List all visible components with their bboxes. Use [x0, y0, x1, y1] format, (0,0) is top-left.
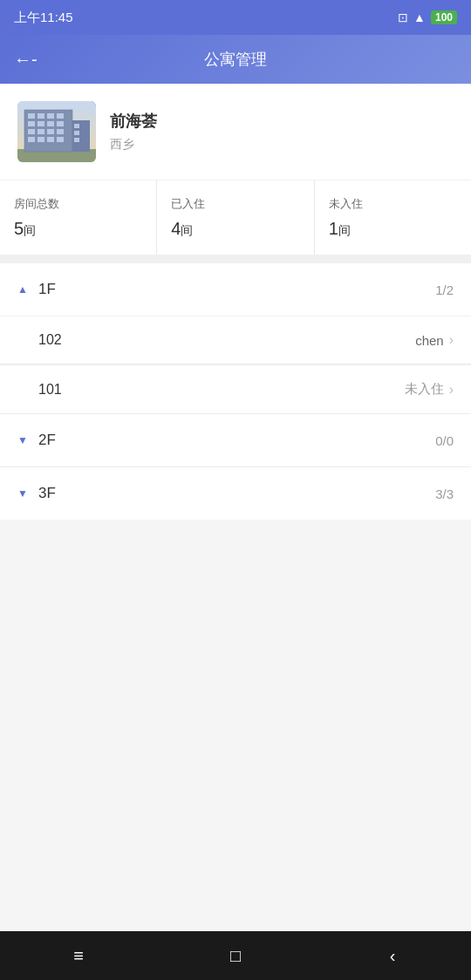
svg-rect-14 [47, 129, 54, 134]
signal-icon: ⊡ [398, 10, 408, 24]
room-102-tenant: chen [415, 333, 444, 348]
floor-2f-chevron: ▼ [17, 434, 31, 446]
room-101-number: 101 [38, 382, 62, 398]
floor-3f-chevron: ▼ [17, 487, 31, 500]
svg-rect-16 [28, 137, 35, 142]
room-102-number: 102 [38, 332, 62, 348]
svg-rect-11 [57, 121, 64, 126]
floor-2f-header[interactable]: ▼ 2F 0/0 [0, 414, 471, 466]
floor-2f-label: 2F [38, 432, 56, 449]
floor-1f-label: 1F [38, 281, 56, 298]
svg-rect-9 [38, 121, 44, 126]
stat-total-rooms-value: 5间 [14, 219, 142, 239]
building-svg [17, 101, 96, 162]
svg-rect-8 [28, 121, 35, 126]
property-card: 前海荟 西乡 [0, 84, 471, 180]
svg-rect-22 [74, 131, 79, 135]
room-101-row[interactable]: 101 未入住 › [0, 364, 471, 413]
stat-total-rooms: 房间总数 5间 [0, 180, 157, 255]
svg-rect-23 [74, 138, 79, 142]
floor-1f-chevron: ▲ [17, 283, 31, 296]
property-image [17, 101, 96, 162]
svg-rect-6 [47, 113, 54, 119]
status-bar: 上午11:45 ⊡ ▲ 100 [0, 0, 471, 35]
stat-occupied-label: 已入住 [171, 196, 299, 212]
floor-2f-ratio: 0/0 [435, 433, 454, 448]
room-101-tenant: 未入住 [405, 381, 444, 398]
svg-rect-15 [57, 129, 64, 134]
wifi-icon: ▲ [413, 10, 426, 24]
battery-icon: 100 [431, 10, 457, 24]
floor-1f-ratio: 1/2 [435, 282, 454, 297]
status-time: 上午11:45 [14, 10, 73, 26]
svg-rect-17 [38, 137, 44, 142]
svg-rect-21 [74, 124, 79, 128]
svg-rect-18 [47, 137, 54, 142]
property-info: 前海荟 西乡 [110, 111, 454, 153]
floor-3f-header[interactable]: ▼ 3F 3/3 [0, 467, 471, 520]
stat-vacant-label: 未入住 [329, 196, 457, 212]
floor-1f-header[interactable]: ▲ 1F 1/2 [0, 263, 471, 316]
svg-rect-10 [47, 121, 54, 126]
nav-menu-button[interactable]: ≡ [61, 946, 96, 966]
floor-3f-label: 3F [38, 485, 56, 502]
property-name: 前海荟 [110, 111, 454, 132]
svg-rect-12 [28, 129, 35, 134]
stat-total-rooms-label: 房间总数 [14, 196, 142, 212]
stat-occupied-value: 4间 [171, 219, 299, 239]
floor-3f-ratio: 3/3 [435, 487, 454, 501]
app-header: ←- 公寓管理 [0, 35, 471, 84]
room-102-chevron: › [449, 332, 454, 348]
nav-home-button[interactable]: □ [218, 946, 253, 966]
stat-occupied: 已入住 4间 [157, 180, 314, 255]
bottom-nav: ≡ □ ‹ [0, 931, 471, 980]
svg-rect-7 [57, 113, 64, 119]
back-button[interactable]: ←- [14, 50, 38, 70]
stat-vacant-value: 1间 [329, 219, 457, 239]
svg-rect-19 [57, 137, 64, 142]
room-102-row[interactable]: 102 chen › [0, 316, 471, 364]
stats-row: 房间总数 5间 已入住 4间 未入住 1间 [0, 180, 471, 255]
property-location: 西乡 [110, 137, 454, 153]
stat-vacant: 未入住 1间 [315, 180, 471, 255]
status-icons: ⊡ ▲ 100 [398, 10, 457, 24]
floors-container: ▲ 1F 1/2 102 chen › 101 未入住 › ▼ 2F 0/0 ▼ [0, 263, 471, 520]
room-101-chevron: › [449, 382, 454, 398]
header-title: 公寓管理 [204, 49, 267, 70]
svg-rect-5 [38, 113, 44, 119]
nav-back-button[interactable]: ‹ [375, 946, 410, 966]
svg-rect-4 [28, 113, 35, 119]
svg-rect-13 [38, 129, 44, 134]
section-divider [0, 255, 471, 263]
